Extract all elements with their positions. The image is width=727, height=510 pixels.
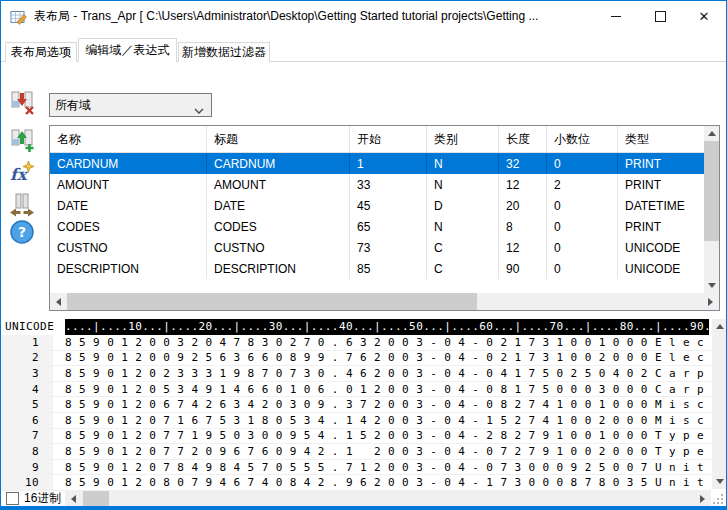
row-number: 5 xyxy=(1,397,53,412)
row-data: 8 5 9 0 1 2 0 7 7 2 0 9 6 7 6 0 9 4 2 . … xyxy=(53,445,704,458)
data-row[interactable]: 78 5 9 0 1 2 0 7 7 1 9 5 0 3 0 0 9 5 4 .… xyxy=(1,429,711,445)
row-number: 3 xyxy=(1,366,53,381)
table-row[interactable]: CODES CODES 65 N 8 0 PRINT xyxy=(50,216,704,237)
table-row[interactable]: CUSTNO CUSTNO 73 C 12 0 UNICODE xyxy=(50,237,704,258)
cell-title: DESCRIPTION xyxy=(207,258,350,279)
scrollbar-thumb[interactable] xyxy=(67,293,477,310)
maximize-icon xyxy=(655,11,666,22)
table-row[interactable]: AMOUNT AMOUNT 33 N 12 2 PRINT xyxy=(50,174,704,195)
column-header-title[interactable]: 标题 xyxy=(207,126,350,152)
table-row[interactable]: DESCRIPTION DESCRIPTION 85 C 90 0 UNICOD… xyxy=(50,258,704,279)
data-vertical-scrollbar[interactable] xyxy=(712,319,727,489)
scroll-up-icon[interactable] xyxy=(704,126,719,141)
cell-decimals: 0 xyxy=(547,216,618,237)
cell-category: N xyxy=(427,153,499,174)
cell-decimals: 0 xyxy=(547,258,618,279)
column-header-start[interactable]: 开始 xyxy=(350,126,427,152)
fields-horizontal-scrollbar[interactable] xyxy=(50,293,719,310)
cell-type: PRINT xyxy=(618,153,704,174)
data-row[interactable]: 38 5 9 0 1 2 0 2 3 3 3 1 9 8 7 0 7 3 0 .… xyxy=(1,366,711,382)
fields-vertical-scrollbar[interactable] xyxy=(704,126,719,293)
column-header-category[interactable]: 类别 xyxy=(427,126,499,152)
maximize-button[interactable] xyxy=(638,1,682,32)
minimize-button[interactable] xyxy=(594,1,638,32)
tab-edit-fields-expressions[interactable]: 编辑域／表达式 xyxy=(78,38,177,62)
scroll-down-icon[interactable] xyxy=(704,278,719,293)
minimize-icon xyxy=(611,16,621,17)
cell-title: AMOUNT xyxy=(207,174,350,195)
table-row[interactable]: DATE DATE 45 D 20 0 DATETIME xyxy=(50,195,704,216)
cell-type: PRINT xyxy=(618,216,704,237)
edit-expression-fx-icon: fx xyxy=(9,160,35,186)
cell-start: 73 xyxy=(350,237,427,258)
table-row[interactable]: CARDNUM CARDNUM 1 N 32 0 PRINT xyxy=(50,153,704,174)
cell-name: CARDNUM xyxy=(50,153,207,174)
table-layout-window: 表布局 - Trans_Apr [ C:\Users\Administrator… xyxy=(0,0,727,510)
resize-columns-button[interactable] xyxy=(8,191,36,219)
column-header-decimals[interactable]: 小数位 xyxy=(547,126,618,152)
field-filter-value: 所有域 xyxy=(55,97,91,114)
scroll-right-icon[interactable] xyxy=(694,491,711,508)
help-icon: ? xyxy=(9,219,35,245)
row-data: 8 5 9 0 1 2 0 8 0 7 9 4 6 7 4 0 8 4 2 . … xyxy=(53,476,704,489)
close-icon: ✕ xyxy=(699,10,710,23)
tab-add-data-filter[interactable]: 新增数据过滤器 xyxy=(178,42,270,62)
row-data: 8 5 9 0 1 2 0 7 8 4 9 8 4 5 7 0 5 5 5 . … xyxy=(53,461,704,474)
tab-table-layout-options[interactable]: 表布局选项 xyxy=(5,42,77,62)
edit-expression-button[interactable]: fx xyxy=(8,159,36,187)
row-data: 8 5 9 0 1 2 0 6 7 4 2 6 3 4 2 0 3 0 9 . … xyxy=(53,398,704,411)
row-data: 8 5 9 0 1 2 0 0 3 2 0 4 7 8 3 0 2 7 0 . … xyxy=(53,336,704,349)
hex-checkbox-label: 16进制 xyxy=(24,490,61,507)
fields-table-panel: 名称 标题 开始 类别 长度 小数位 类型 CARDNUM CARDNUM 1 … xyxy=(49,125,720,311)
scroll-down-icon[interactable] xyxy=(712,474,727,489)
cell-decimals: 2 xyxy=(547,174,618,195)
scroll-right-icon[interactable] xyxy=(702,293,719,310)
data-row[interactable]: 28 5 9 0 1 2 0 0 9 2 5 6 3 6 6 0 8 9 9 .… xyxy=(1,351,711,367)
scroll-left-icon[interactable] xyxy=(50,293,67,310)
row-number: 7 xyxy=(1,429,53,444)
cell-decimals: 0 xyxy=(547,195,618,216)
cell-title: DATE xyxy=(207,195,350,216)
column-header-length[interactable]: 长度 xyxy=(499,126,547,152)
add-field-button[interactable] xyxy=(8,126,36,154)
help-button[interactable]: ? xyxy=(8,218,36,246)
data-row[interactable]: 18 5 9 0 1 2 0 0 3 2 0 4 7 8 3 0 2 7 0 .… xyxy=(1,335,711,351)
scrollbar-thumb[interactable] xyxy=(83,491,109,507)
data-horizontal-scrollbar[interactable] xyxy=(65,491,711,507)
row-data: 8 5 9 0 1 2 0 2 3 3 3 1 9 8 7 0 7 3 0 . … xyxy=(53,367,704,380)
cell-name: DATE xyxy=(50,195,207,216)
column-header-name[interactable]: 名称 xyxy=(50,126,207,152)
column-header-type[interactable]: 类型 xyxy=(618,126,704,152)
cell-name: CODES xyxy=(50,216,207,237)
data-row[interactable]: 68 5 9 0 1 2 0 7 1 6 7 5 3 1 8 0 5 3 4 .… xyxy=(1,413,711,429)
scrollbar-thumb[interactable] xyxy=(704,141,719,241)
cell-length: 20 xyxy=(499,195,547,216)
cell-category: C xyxy=(427,258,499,279)
row-data: 8 5 9 0 1 2 0 5 3 4 9 1 4 6 6 0 1 0 6 . … xyxy=(53,383,704,396)
data-row[interactable]: 88 5 9 0 1 2 0 7 7 2 0 9 6 7 6 0 9 4 2 .… xyxy=(1,444,711,460)
delete-field-icon xyxy=(9,89,35,115)
hex-toggle[interactable]: 16进制 xyxy=(6,490,61,507)
cell-type: UNICODE xyxy=(618,237,704,258)
row-data: 8 5 9 0 1 2 0 7 7 1 9 5 0 3 0 0 9 5 4 . … xyxy=(53,429,704,442)
cell-start: 33 xyxy=(350,174,427,195)
resize-grip[interactable] xyxy=(712,493,724,505)
data-row[interactable]: 58 5 9 0 1 2 0 6 7 4 2 6 3 4 2 0 3 0 9 .… xyxy=(1,397,711,413)
cell-type: PRINT xyxy=(618,174,704,195)
resize-columns-icon xyxy=(9,192,35,218)
cell-start: 65 xyxy=(350,216,427,237)
data-row[interactable]: 48 5 9 0 1 2 0 5 3 4 9 1 4 6 6 0 1 0 6 .… xyxy=(1,382,711,398)
cell-type: DATETIME xyxy=(618,195,704,216)
hex-checkbox[interactable] xyxy=(6,492,19,505)
row-number: 2 xyxy=(1,351,53,366)
close-button[interactable]: ✕ xyxy=(682,1,726,32)
data-row[interactable]: 98 5 9 0 1 2 0 7 8 4 9 8 4 5 7 0 5 5 5 .… xyxy=(1,460,711,476)
scroll-up-icon[interactable] xyxy=(712,319,727,334)
cell-category: N xyxy=(427,216,499,237)
scroll-left-icon[interactable] xyxy=(65,491,82,508)
field-filter-dropdown[interactable]: 所有域 xyxy=(49,93,212,117)
cell-type: UNICODE xyxy=(618,258,704,279)
data-row[interactable]: 108 5 9 0 1 2 0 8 0 7 9 4 6 7 4 0 8 4 2 … xyxy=(1,475,711,491)
delete-field-button[interactable] xyxy=(8,88,36,116)
cell-length: 12 xyxy=(499,174,547,195)
